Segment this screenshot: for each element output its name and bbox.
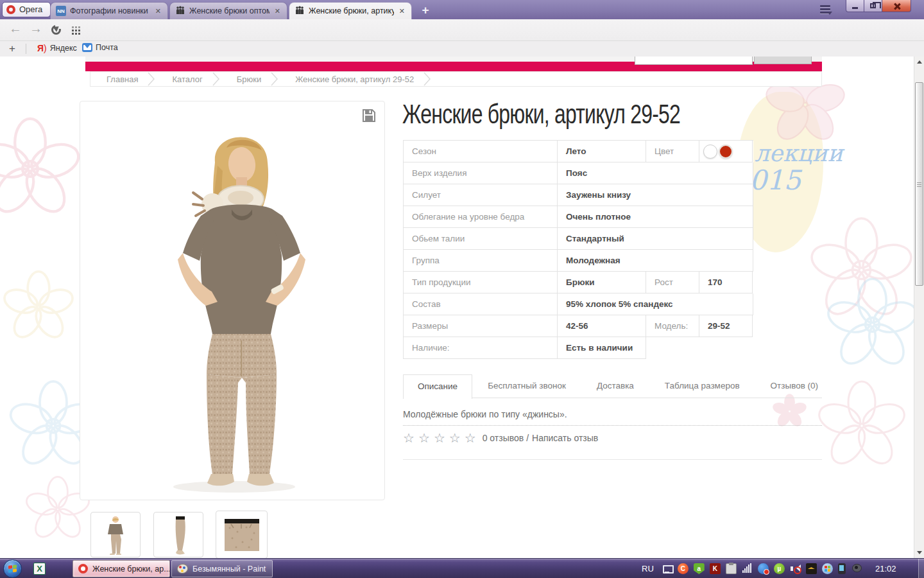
new-tab-button[interactable]: + — [416, 3, 435, 18]
color-swatch-red[interactable] — [719, 144, 733, 159]
spec-value: Стандартный — [558, 228, 753, 250]
spec-value: Брюки — [558, 272, 646, 293]
breadcrumb-current: Женские брюки, артикул 29-52 — [278, 74, 423, 84]
spec-value: Есть в наличии — [558, 337, 646, 359]
start-button[interactable] — [3, 559, 22, 578]
screen: Opera NN Фотографии новинки ✕ Женские бр… — [0, 0, 924, 578]
yandex-icon: Я) — [37, 43, 47, 53]
browser-tab-strip: Opera NN Фотографии новинки ✕ Женские бр… — [0, 0, 924, 19]
thumbnail-side-view[interactable] — [153, 512, 203, 557]
taskbar-clock[interactable]: 21:02 — [875, 559, 896, 578]
tab-close-icon[interactable]: ✕ — [154, 7, 162, 15]
browser-tab-3-active[interactable]: Женские брюки, артикул ✕ — [289, 2, 412, 19]
tab-description[interactable]: Описание — [403, 374, 472, 399]
tab-title: Женские брюки оптом ку — [189, 6, 270, 15]
game-icon[interactable] — [806, 563, 817, 574]
taskbar-app-label: Женские брюки, ар... — [92, 565, 170, 574]
breadcrumb-chevron-icon — [212, 72, 220, 86]
tab-reviews[interactable]: Отзывов (0) — [755, 374, 834, 398]
speed-dial-icon[interactable] — [72, 26, 74, 28]
scrollbar-thumb[interactable] — [915, 82, 923, 286]
breadcrumb-bryuki[interactable]: Брюки — [220, 74, 270, 84]
decor-banner-text: 015 — [749, 164, 801, 196]
people-favicon — [175, 5, 185, 17]
bookmark-mail[interactable]: Почта — [82, 43, 118, 52]
table-row: Облегание на уровне бедра Очень плотное — [403, 206, 753, 228]
star-icon[interactable]: ☆ — [434, 430, 445, 446]
tab-close-icon[interactable]: ✕ — [398, 7, 406, 15]
taskbar-app-paint[interactable]: Безымянный - Paint — [171, 560, 273, 577]
scrollbar[interactable] — [914, 57, 924, 558]
table-row: Силует Заужены книзу — [403, 184, 753, 206]
breadcrumb-home[interactable]: Главная — [90, 74, 147, 84]
show-desktop-button[interactable] — [918, 559, 924, 578]
tab-delivery[interactable]: Доставка — [581, 374, 649, 398]
scroll-up-button[interactable] — [914, 57, 924, 67]
spec-label: Цвет — [646, 141, 699, 162]
opera-logo-icon — [6, 5, 15, 14]
scroll-down-button[interactable] — [914, 547, 924, 558]
tab-size-chart[interactable]: Таблица размеров — [649, 374, 755, 398]
mail-icon — [82, 43, 92, 52]
update-alert-icon[interactable] — [758, 563, 769, 574]
volume-muted-icon[interactable] — [790, 563, 801, 574]
hidden-icons-icon[interactable] — [662, 563, 672, 574]
table-row: Верх изделия Пояс — [403, 162, 753, 184]
close-button[interactable] — [882, 0, 911, 12]
kaspersky-icon[interactable]: K — [710, 563, 721, 574]
star-icon[interactable]: ☆ — [449, 430, 461, 446]
color-swatch-white[interactable] — [703, 144, 717, 159]
breadcrumb-catalog[interactable]: Каталог — [155, 74, 211, 84]
adguard-icon[interactable]: a — [694, 563, 705, 574]
reload-button[interactable] — [51, 25, 61, 35]
spec-label: Наличие: — [404, 337, 558, 359]
browser-tab-1[interactable]: NN Фотографии новинки ✕ — [50, 2, 168, 19]
windows-update-icon[interactable] — [822, 563, 833, 574]
star-icon[interactable]: ☆ — [465, 430, 476, 446]
phone-icon[interactable] — [838, 563, 846, 574]
write-review-link[interactable]: Написать отзыв — [532, 433, 598, 443]
forward-button[interactable]: → — [30, 21, 42, 36]
table-row: Группа Молодежная — [403, 250, 753, 272]
bookmark-yandex[interactable]: Я) Яндекс — [37, 43, 77, 53]
product-image[interactable] — [80, 101, 385, 500]
browser-tab-2[interactable]: Женские брюки оптом ку ✕ — [169, 2, 287, 19]
spec-value: Молодежная — [558, 250, 753, 272]
dotted-divider — [403, 425, 822, 426]
star-icon[interactable]: ☆ — [418, 430, 430, 446]
opera-menu-button[interactable]: Opera — [2, 2, 51, 17]
taskbar-app-opera[interactable]: Женские брюки, ар... — [73, 560, 170, 577]
clipboard-icon[interactable] — [726, 563, 737, 574]
maximize-button[interactable] — [864, 0, 882, 12]
table-row: Размеры 42-56 Модель: 29-52 — [403, 315, 753, 337]
thumbnail-back-detail[interactable] — [216, 511, 268, 558]
network-signal-icon[interactable] — [742, 563, 753, 574]
product-tabs: Описание Бесплатный звонок Доставка Табл… — [403, 374, 834, 398]
minimize-button[interactable] — [846, 0, 864, 12]
spec-label: Обьем талии — [404, 228, 558, 250]
star-icon[interactable]: ☆ — [403, 430, 415, 446]
rating-row: ☆ ☆ ☆ ☆ ☆ 0 отзывов / Написать отзыв — [403, 430, 598, 446]
language-indicator[interactable]: RU — [642, 564, 654, 574]
site-search-input[interactable] — [635, 57, 753, 65]
tab-close-icon[interactable]: ✕ — [273, 7, 282, 15]
utorrent-icon[interactable]: µ — [774, 563, 785, 574]
bookmark-label: Почта — [96, 43, 118, 52]
spec-value: 95% хлопок 5% спандекс — [558, 293, 753, 315]
excel-taskbar-icon[interactable]: X — [33, 563, 46, 575]
tab-free-call[interactable]: Бесплатный звонок — [472, 374, 581, 398]
window-controls — [846, 0, 911, 12]
thumbnail-front-view[interactable] — [90, 512, 141, 557]
product-description: Молодёжные брюки по типу «джинсы». — [403, 409, 567, 419]
spec-label: Состав — [404, 293, 558, 315]
save-image-icon[interactable] — [361, 108, 377, 126]
decor-flower — [805, 214, 914, 326]
bookmark-label: Яндекс — [50, 44, 77, 53]
site-search-button[interactable] — [754, 57, 812, 64]
add-bookmark-button[interactable]: + — [9, 42, 15, 55]
back-button[interactable]: ← — [9, 21, 22, 36]
webcam-icon[interactable] — [851, 563, 862, 574]
tab-menu-icon[interactable] — [820, 5, 832, 15]
ccleaner-icon[interactable]: C — [678, 563, 689, 574]
spec-label: Верх изделия — [404, 162, 558, 184]
